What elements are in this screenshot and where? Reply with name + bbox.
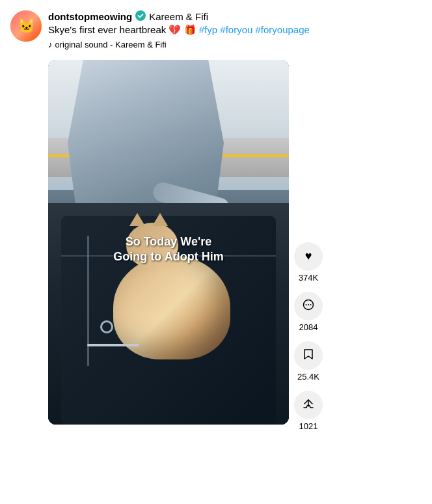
clip	[100, 320, 113, 333]
share-button[interactable]	[294, 391, 323, 419]
bookmarks-item: 25.4K	[294, 341, 323, 382]
svg-point-3	[308, 304, 309, 305]
bookmark-icon	[303, 348, 314, 363]
svg-point-4	[310, 304, 312, 305]
bookmarks-count: 25.4K	[297, 372, 319, 382]
likes-item: ♥ 374K	[294, 242, 323, 283]
video-caption-overlay: So Today We're Going to Adopt Him	[113, 234, 223, 264]
interaction-sidebar: ♥ 374K 2084	[294, 60, 323, 431]
sound-row[interactable]: ♪ original sound - Kareem & Fifi	[48, 40, 310, 49]
share-icon	[303, 399, 314, 412]
like-button[interactable]: ♥	[294, 242, 323, 271]
video-background: So Today We're Going to Adopt Him	[48, 60, 289, 425]
leash	[87, 344, 139, 346]
avatar[interactable]	[10, 10, 42, 42]
video-section: So Today We're Going to Adopt Him ♥ 374K	[48, 60, 422, 431]
video-caption-line1: So Today We're	[113, 234, 223, 249]
verified-icon	[135, 10, 146, 23]
bookmark-button[interactable]	[294, 341, 323, 370]
caption-main: Skye's first ever heartbreak 💔 🎁	[48, 24, 196, 35]
shares-item: 1021	[294, 391, 323, 431]
caption-text: Skye's first ever heartbreak 💔 🎁 #fyp #f…	[48, 24, 310, 35]
avatar-image	[10, 10, 42, 42]
shares-count: 1021	[299, 421, 318, 431]
likes-count: 374K	[299, 273, 318, 283]
video-player[interactable]: So Today We're Going to Adopt Him	[48, 60, 289, 425]
post-header: dontstopmeowing Kareem & Fifi Skye's fir…	[10, 10, 422, 49]
svg-point-2	[306, 304, 307, 305]
comments-count: 2084	[299, 322, 318, 332]
post-info: dontstopmeowing Kareem & Fifi Skye's fir…	[48, 10, 310, 49]
comment-icon	[303, 299, 314, 313]
comment-button[interactable]	[294, 292, 323, 320]
hashtags[interactable]: #fyp #foryou #foryoupage	[199, 24, 310, 35]
cat-ear-right	[152, 213, 168, 226]
tagged-users[interactable]: Kareem & Fifi	[149, 11, 208, 22]
heart-icon: ♥	[305, 249, 312, 263]
comments-item: 2084	[294, 292, 323, 332]
post-caption: Skye's first ever heartbreak 💔 🎁 #fyp #f…	[48, 23, 310, 37]
username-row: dontstopmeowing Kareem & Fifi	[48, 10, 310, 23]
sound-text: original sound - Kareem & Fifi	[55, 40, 167, 49]
music-note-icon: ♪	[48, 40, 53, 49]
video-caption-line2: Going to Adopt Him	[113, 249, 223, 264]
svg-point-0	[135, 10, 146, 21]
post-container: dontstopmeowing Kareem & Fifi Skye's fir…	[0, 0, 432, 441]
username[interactable]: dontstopmeowing	[48, 11, 132, 22]
cat-ear-left	[129, 213, 145, 226]
